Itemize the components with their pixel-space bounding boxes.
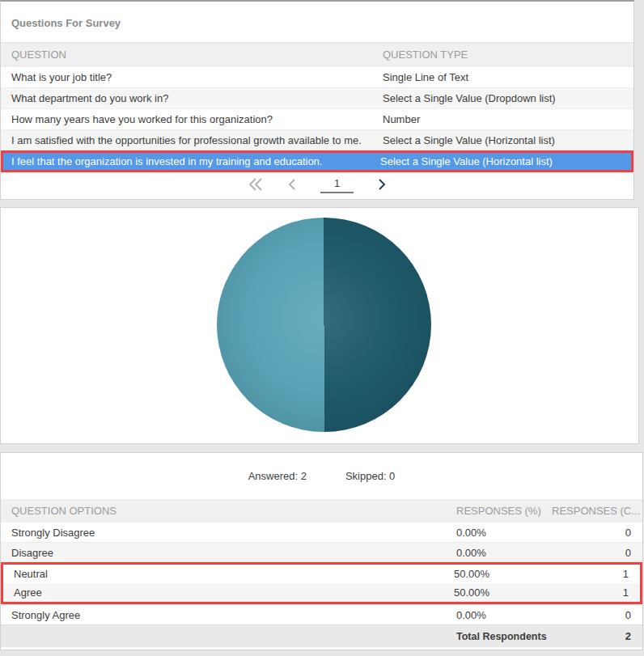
question-type-cell: Number bbox=[383, 113, 633, 125]
total-respondents-row: Total Respondents 2 bbox=[1, 624, 642, 647]
result-row: Strongly Agree 0.00% 0 bbox=[1, 604, 642, 624]
pct-cell: 0.00% bbox=[456, 609, 552, 621]
result-row: Disagree 0.00% 0 bbox=[1, 542, 642, 562]
option-cell: Disagree bbox=[1, 547, 456, 559]
question-cell: I am satisfied with the opportunities fo… bbox=[1, 134, 383, 146]
panel-title: Questions For Survey bbox=[1, 2, 633, 42]
question-row[interactable]: What department do you work in? Select a… bbox=[1, 87, 633, 108]
first-page-button[interactable] bbox=[248, 177, 264, 194]
chart-panel bbox=[0, 207, 639, 444]
highlighted-rows-outline: Neutral 50.00% 1 Agree 50.00% 1 bbox=[1, 562, 642, 604]
results-panel: Answered: 2 Skipped: 0 QUESTION OPTIONS … bbox=[0, 452, 643, 650]
question-row[interactable]: What is your job title? Single Line of T… bbox=[1, 66, 633, 87]
count-cell: 0 bbox=[552, 547, 642, 559]
answer-stats: Answered: 2 Skipped: 0 bbox=[1, 453, 642, 499]
total-respondents-value: 2 bbox=[552, 630, 642, 642]
question-type-cell: Single Line of Text bbox=[383, 71, 633, 83]
question-row[interactable]: How many years have you worked for this … bbox=[1, 108, 633, 129]
option-cell: Neutral bbox=[3, 568, 454, 580]
question-row[interactable]: I am satisfied with the opportunities fo… bbox=[1, 129, 633, 150]
answered-count: Answered: 2 bbox=[248, 470, 307, 482]
pagination: 1 bbox=[1, 172, 633, 198]
current-page[interactable]: 1 bbox=[320, 177, 354, 193]
option-cell: Strongly Agree bbox=[1, 609, 456, 621]
column-header-question-options: QUESTION OPTIONS bbox=[1, 505, 456, 517]
option-cell: Strongly Disagree bbox=[1, 527, 456, 539]
question-cell: What department do you work in? bbox=[1, 92, 383, 104]
count-cell: 1 bbox=[549, 586, 640, 599]
results-table-header: QUESTION OPTIONS RESPONSES (%) RESPONSES… bbox=[1, 499, 642, 522]
question-cell: What is your job title? bbox=[1, 71, 383, 83]
pct-cell: 50.00% bbox=[454, 568, 549, 580]
count-cell: 0 bbox=[552, 527, 642, 539]
column-header-responses-count: RESPONSES (C... bbox=[552, 505, 642, 517]
total-respondents-label: Total Respondents bbox=[456, 632, 523, 642]
question-cell: How many years have you worked for this … bbox=[1, 113, 383, 125]
count-cell: 0 bbox=[552, 609, 642, 621]
column-header-question: QUESTION bbox=[1, 49, 383, 61]
question-type-cell: Select a Single Value (Horizontal list) bbox=[380, 155, 631, 167]
result-row-highlighted: Agree 50.00% 1 bbox=[3, 583, 640, 602]
option-cell: Agree bbox=[3, 586, 454, 599]
questions-table-header: QUESTION QUESTION TYPE bbox=[1, 42, 633, 66]
column-header-question-type: QUESTION TYPE bbox=[383, 49, 633, 61]
result-row: Strongly Disagree 0.00% 0 bbox=[1, 522, 642, 542]
question-cell: I feel that the organization is invested… bbox=[3, 155, 380, 167]
chevron-right-icon bbox=[377, 178, 387, 193]
skipped-count: Skipped: 0 bbox=[345, 470, 395, 482]
question-row-selected[interactable]: I feel that the organization is invested… bbox=[1, 150, 633, 172]
prev-page-button[interactable] bbox=[287, 178, 297, 193]
question-type-cell: Select a Single Value (Dropdown list) bbox=[383, 92, 633, 104]
count-cell: 1 bbox=[549, 568, 640, 580]
pie-chart[interactable] bbox=[217, 218, 431, 432]
result-row-highlighted: Neutral 50.00% 1 bbox=[3, 565, 640, 583]
double-chevron-left-icon bbox=[248, 177, 264, 194]
chevron-left-icon bbox=[287, 178, 297, 193]
questions-panel: Questions For Survey QUESTION QUESTION T… bbox=[0, 0, 634, 200]
pct-cell: 0.00% bbox=[456, 547, 552, 559]
pct-cell: 0.00% bbox=[456, 527, 552, 539]
next-page-button[interactable] bbox=[377, 178, 387, 193]
question-type-cell: Select a Single Value (Horizontal list) bbox=[383, 134, 633, 146]
column-header-responses-pct: RESPONSES (%) bbox=[456, 505, 552, 517]
pct-cell: 50.00% bbox=[454, 586, 549, 599]
